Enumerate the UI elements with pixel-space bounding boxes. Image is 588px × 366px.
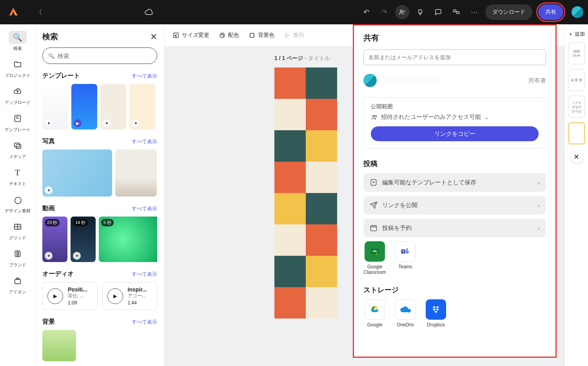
tips-icon[interactable]: [413, 5, 427, 19]
video-duration: 23 秒: [45, 219, 60, 226]
audio-item[interactable]: ▶ Inspir... アコー... 1:44: [102, 282, 158, 310]
play-badge-icon: ▶: [74, 119, 82, 127]
rail-upload[interactable]: アップロード: [3, 82, 32, 108]
comment-icon[interactable]: [431, 5, 445, 19]
save-as-template-row[interactable]: 編集可能なテンプレートとして保存 ›: [363, 173, 546, 192]
share-google-classroom[interactable]: Google Classroom: [363, 241, 386, 275]
bgcolor-button[interactable]: 背景色: [249, 32, 274, 39]
template-thumb[interactable]: ✦: [42, 84, 68, 129]
collapse-pages-button[interactable]: ✕: [570, 151, 583, 163]
cloud-sync-icon[interactable]: [144, 7, 154, 17]
invite-person-icon[interactable]: [395, 5, 409, 19]
google-drive-icon: [365, 299, 385, 320]
video-thumb[interactable]: 5 秒: [99, 217, 157, 262]
add-page-label: 追加: [575, 31, 585, 38]
rail-search[interactable]: 🔍 検索: [3, 27, 32, 54]
back-button[interactable]: 〈: [35, 7, 42, 17]
app-logo[interactable]: [8, 6, 20, 18]
page-thumb[interactable]: 自 習 室: [568, 69, 585, 91]
audio-item[interactable]: ▶ Positi... 宣伝, ... 1:09: [42, 282, 98, 310]
page-thumb[interactable]: [568, 122, 585, 144]
rail-projects[interactable]: プロジェクト: [3, 55, 32, 81]
rail-media[interactable]: メディア: [3, 136, 32, 162]
storage-google-drive[interactable]: Google: [363, 299, 386, 328]
play-icon[interactable]: ▶: [47, 288, 63, 304]
share-teams[interactable]: T Teams: [394, 241, 417, 275]
photo-thumb[interactable]: [115, 149, 157, 197]
show-all-photos[interactable]: すべて表示: [132, 138, 157, 145]
audio-duration: 1:09: [68, 300, 87, 306]
show-all-templates[interactable]: すべて表示: [132, 73, 157, 80]
close-panel-button[interactable]: ✕: [150, 32, 157, 42]
share-button[interactable]: 共有: [538, 4, 563, 20]
toolbar-label: 配色: [228, 32, 239, 39]
share-button-highlight: 共有: [536, 2, 565, 22]
play-icon[interactable]: ▶: [107, 288, 123, 304]
audio-sub: 宣伝, ...: [68, 293, 87, 299]
storage-dropbox[interactable]: Dropbox: [425, 299, 447, 328]
show-all-videos[interactable]: すべて表示: [132, 205, 157, 212]
toolbar-label: サイズ変更: [182, 32, 209, 39]
owner-avatar: [363, 74, 377, 87]
video-thumb[interactable]: 23 秒 ✦: [42, 217, 67, 262]
download-button[interactable]: ダウンロード: [485, 4, 532, 20]
chevron-down-icon: ⌄: [484, 114, 489, 121]
google-classroom-icon: [365, 241, 385, 262]
align-button: 整列: [284, 32, 304, 39]
rail-brand[interactable]: ブランド: [3, 244, 32, 270]
text-icon: T: [15, 168, 20, 178]
upload-icon: [13, 87, 22, 96]
invite-input[interactable]: [363, 49, 546, 65]
present-icon[interactable]: [449, 5, 463, 19]
section-title-photos: 写真: [42, 137, 55, 146]
show-all-audio[interactable]: すべて表示: [132, 271, 157, 278]
owner-role-label: 所有者: [528, 77, 546, 84]
template-thumb[interactable]: ✦: [100, 84, 126, 129]
owner-name-redacted: [382, 75, 441, 86]
visibility-section: 公開範囲 招待されたユーザーのみアクセス可能 ⌄ リンクをコピー: [363, 97, 546, 149]
rail-design-assets[interactable]: デザイン素材: [3, 190, 32, 216]
page-indicator[interactable]: 1 / 1 ページ - タイトル: [274, 55, 330, 62]
page-thumb[interactable]: こども まなび ひろば: [568, 96, 585, 118]
add-page-button[interactable]: ＋ 追加: [568, 31, 585, 38]
page-thumb[interactable]: 時間 10:00: [568, 42, 585, 64]
redo-icon[interactable]: ↷: [377, 5, 391, 19]
svg-text:T: T: [402, 249, 405, 253]
search-field[interactable]: 🔍: [42, 47, 157, 64]
app-label: Teams: [398, 264, 412, 269]
resize-button[interactable]: サイズ変更: [172, 32, 209, 39]
rail-label: アドオン: [9, 289, 26, 295]
audio-title: Inspir...: [128, 286, 147, 293]
show-all-background[interactable]: すべて表示: [132, 319, 157, 326]
more-icon[interactable]: ⋯: [467, 5, 481, 19]
template-thumb[interactable]: ✦: [129, 84, 155, 129]
page-title-placeholder: - タイトル: [303, 55, 330, 61]
rail-addons[interactable]: アドオン: [3, 271, 32, 297]
visibility-select[interactable]: 招待されたユーザーのみアクセス可能 ⌄: [371, 113, 539, 121]
svg-point-13: [223, 35, 223, 36]
template-thumb[interactable]: ▶: [71, 84, 97, 129]
svg-point-10: [220, 33, 225, 38]
svg-point-0: [400, 10, 402, 12]
color-button[interactable]: 配色: [219, 32, 239, 39]
video-thumb[interactable]: 14 秒 ✦: [71, 217, 96, 262]
design-canvas[interactable]: [274, 67, 333, 319]
search-input[interactable]: [58, 53, 151, 59]
storage-onedrive[interactable]: OneDriv: [394, 299, 417, 328]
background-thumb[interactable]: [42, 330, 76, 361]
rail-text[interactable]: T テキスト: [3, 163, 32, 189]
copy-link-button[interactable]: リンクをコピー: [371, 126, 539, 141]
svg-point-12: [223, 34, 223, 35]
svg-point-26: [406, 248, 408, 250]
publish-link-row[interactable]: リンクを公開 ›: [363, 196, 546, 215]
rail-templates[interactable]: テンプレート: [3, 109, 32, 135]
photo-thumb[interactable]: ✦: [42, 149, 112, 197]
section-title-templates: テンプレート: [42, 72, 80, 80]
user-avatar[interactable]: [572, 6, 583, 18]
asset-panel: 検索 ✕ 🔍 テンプレート すべて表示 ✦ ▶ ✦ ✦ 写真 すべて表示: [35, 24, 165, 366]
schedule-post-row[interactable]: 投稿を予約 ›: [363, 219, 546, 237]
app-header: 〈 ↶ ↷ ⋯ ダウンロード 共有: [0, 0, 588, 24]
undo-icon[interactable]: ↶: [359, 5, 373, 19]
addon-icon: [13, 277, 22, 285]
rail-grid[interactable]: グリッド: [3, 217, 32, 243]
